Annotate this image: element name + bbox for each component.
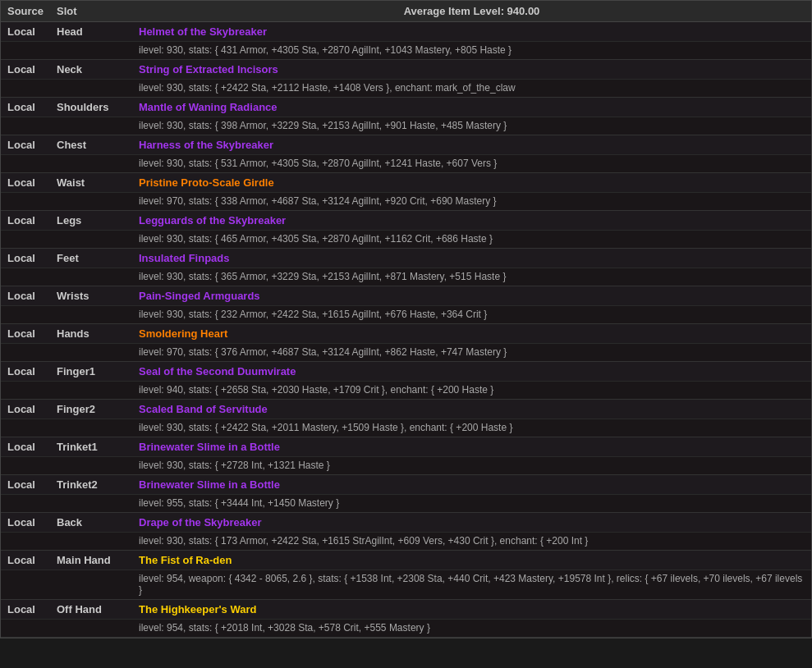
item-group: LocalMain HandThe Fist of Ra-denilevel: … [1,551,811,600]
slot-cell: Trinket1 [57,441,139,453]
item-group: LocalWristsPain-Singed Armguardsilevel: … [1,286,811,324]
source-cell: Local [7,365,57,377]
table-row[interactable]: LocalMain HandThe Fist of Ra-den [1,551,811,570]
item-group: LocalOff HandThe Highkeeper's Wardilevel… [1,600,811,638]
stats-row: ilevel: 930, stats: { 465 Armor, +4305 S… [1,230,811,248]
table-row[interactable]: LocalLegsLegguards of the Skybreaker [1,211,811,230]
item-name[interactable]: Brinewater Slime in a Bottle [139,441,805,453]
stats-row: ilevel: 970, stats: { 338 Armor, +4687 S… [1,192,811,210]
table-row[interactable]: LocalWaistPristine Proto-Scale Girdle [1,173,811,192]
stats-row: ilevel: 955, stats: { +3444 Int, +1450 M… [1,494,811,512]
stats-row: ilevel: 930, stats: { 431 Armor, +4305 S… [1,41,811,59]
stats-row: ilevel: 930, stats: { 232 Armor, +2422 S… [1,305,811,323]
item-name[interactable]: The Highkeeper's Ward [139,603,805,615]
slot-cell: Wrists [57,290,139,302]
item-name[interactable]: Insulated Finpads [139,252,805,264]
gear-table: Source Slot Average Item Level: 940.00 L… [0,0,812,638]
slot-cell: Main Hand [57,554,139,566]
stats-text: ilevel: 955, stats: { +3444 Int, +1450 M… [7,497,805,509]
item-group: LocalTrinket2Brinewater Slime in a Bottl… [1,475,811,513]
table-row[interactable]: LocalBackDrape of the Skybreaker [1,513,811,532]
item-name[interactable]: Smoldering Heart [139,327,805,340]
item-group: LocalBackDrape of the Skybreakerilevel: … [1,513,811,551]
stats-text: ilevel: 930, stats: { +2728 Int, +1321 H… [7,460,805,471]
stats-text: ilevel: 930, stats: { 365 Armor, +3229 S… [7,271,805,282]
item-group: LocalNeckString of Extracted Incisorsile… [1,60,811,98]
slot-cell: Back [57,516,139,528]
stats-row: ilevel: 954, weapon: { 4342 - 8065, 2.6 … [1,570,811,599]
table-row[interactable]: LocalFinger2Scaled Band of Servitude [1,400,811,419]
item-name[interactable]: String of Extracted Incisors [139,63,805,75]
stats-text: ilevel: 954, weapon: { 4342 - 8065, 2.6 … [7,573,805,596]
stats-text: ilevel: 970, stats: { 376 Armor, +4687 S… [7,346,805,358]
source-cell: Local [7,176,57,189]
item-name[interactable]: Brinewater Slime in a Bottle [139,478,805,491]
stats-text: ilevel: 930, stats: { +2422 Sta, +2011 M… [7,422,805,433]
slot-cell: Finger2 [57,403,139,415]
table-row[interactable]: LocalFinger1Seal of the Second Duumvirat… [1,362,811,381]
table-row[interactable]: LocalWristsPain-Singed Armguards [1,286,811,305]
stats-text: ilevel: 930, stats: { +2422 Sta, +2112 H… [7,82,805,94]
table-row[interactable]: LocalTrinket2Brinewater Slime in a Bottl… [1,475,811,494]
item-group: LocalHeadHelmet of the Skybreakerilevel:… [1,22,811,60]
table-row[interactable]: LocalShouldersMantle of Waning Radiance [1,98,811,117]
source-cell: Local [7,252,57,264]
table-row[interactable]: LocalFeetInsulated Finpads [1,249,811,268]
source-cell: Local [7,214,57,226]
table-row[interactable]: LocalHandsSmoldering Heart [1,324,811,343]
source-cell: Local [7,290,57,302]
source-cell: Local [7,63,57,75]
slot-cell: Off Hand [57,603,139,615]
item-group: LocalLegsLegguards of the Skybreakerilev… [1,211,811,249]
table-row[interactable]: LocalHeadHelmet of the Skybreaker [1,22,811,41]
item-group: LocalShouldersMantle of Waning Radiancei… [1,98,811,135]
item-name[interactable]: Drape of the Skybreaker [139,516,805,528]
stats-row: ilevel: 954, stats: { +2018 Int, +3028 S… [1,619,811,637]
stats-row: ilevel: 930, stats: { 173 Armor, +2422 S… [1,532,811,550]
slot-cell: Trinket2 [57,478,139,491]
source-cell: Local [7,25,57,38]
slot-cell: Legs [57,214,139,226]
item-group: LocalHandsSmoldering Heartilevel: 970, s… [1,324,811,362]
table-row[interactable]: LocalChestHarness of the Skybreaker [1,135,811,154]
slot-cell: Feet [57,252,139,264]
stats-text: ilevel: 930, stats: { 431 Armor, +4305 S… [7,44,805,56]
table-row[interactable]: LocalOff HandThe Highkeeper's Ward [1,600,811,619]
stats-row: ilevel: 930, stats: { +2422 Sta, +2112 H… [1,79,811,97]
item-name[interactable]: Helmet of the Skybreaker [139,25,805,38]
source-cell: Local [7,403,57,415]
source-cell: Local [7,101,57,113]
stats-text: ilevel: 930, stats: { 531 Armor, +4305 S… [7,158,805,169]
item-name[interactable]: Mantle of Waning Radiance [139,101,805,113]
item-name[interactable]: Scaled Band of Servitude [139,403,805,415]
stats-text: ilevel: 970, stats: { 338 Armor, +4687 S… [7,195,805,207]
slot-header: Slot [57,5,139,17]
stats-text: ilevel: 930, stats: { 465 Armor, +4305 S… [7,233,805,245]
stats-text: ilevel: 940, stats: { +2658 Sta, +2030 H… [7,384,805,396]
items-list: LocalHeadHelmet of the Skybreakerilevel:… [1,22,811,638]
slot-cell: Chest [57,139,139,151]
stats-row: ilevel: 930, stats: { +2422 Sta, +2011 M… [1,419,811,437]
stats-row: ilevel: 930, stats: { 365 Armor, +3229 S… [1,268,811,286]
source-header: Source [7,5,57,17]
item-name[interactable]: Harness of the Skybreaker [139,139,805,151]
item-name[interactable]: Pristine Proto-Scale Girdle [139,176,805,189]
avg-ilvl-header: Average Item Level: 940.00 [139,5,805,17]
stats-text: ilevel: 930, stats: { 398 Armor, +3229 S… [7,120,805,131]
item-name[interactable]: The Fist of Ra-den [139,554,805,566]
item-name[interactable]: Legguards of the Skybreaker [139,214,805,226]
slot-cell: Hands [57,327,139,340]
source-cell: Local [7,441,57,453]
item-group: LocalFinger1Seal of the Second Duumvirat… [1,362,811,400]
table-row[interactable]: LocalNeckString of Extracted Incisors [1,60,811,79]
item-name[interactable]: Seal of the Second Duumvirate [139,365,805,377]
stats-text: ilevel: 954, stats: { +2018 Int, +3028 S… [7,622,805,634]
item-name[interactable]: Pain-Singed Armguards [139,290,805,302]
stats-row: ilevel: 930, stats: { 531 Armor, +4305 S… [1,154,811,172]
source-cell: Local [7,554,57,566]
source-cell: Local [7,478,57,491]
stats-text: ilevel: 930, stats: { 232 Armor, +2422 S… [7,309,805,320]
table-row[interactable]: LocalTrinket1Brinewater Slime in a Bottl… [1,437,811,456]
source-cell: Local [7,139,57,151]
item-group: LocalChestHarness of the Skybreakerileve… [1,135,811,173]
